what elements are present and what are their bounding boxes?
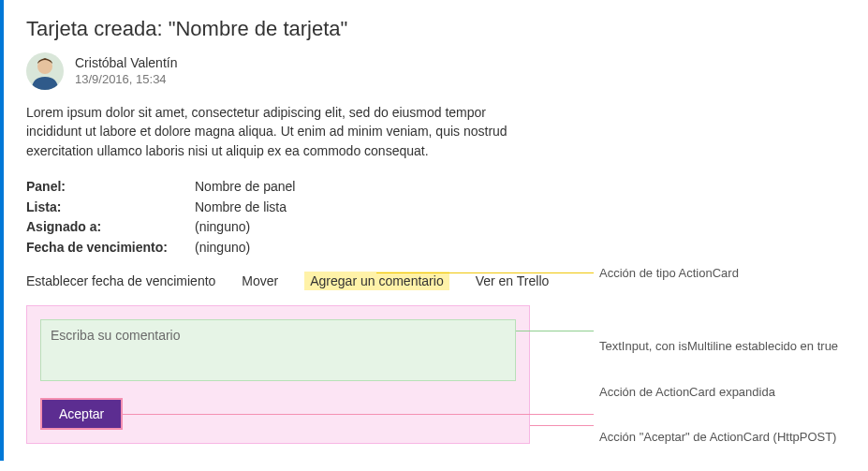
fact-row: Panel: Nombre de panel	[26, 177, 530, 198]
fact-row: Fecha de vencimiento: (ninguno)	[26, 238, 530, 258]
annotation-textinput: TextInput, con isMultiline establecido e…	[599, 339, 838, 353]
fact-value: Nombre de panel	[195, 177, 295, 198]
annotation-leader	[376, 272, 594, 273]
annotation-leader	[516, 331, 594, 331]
comment-textarea[interactable]	[40, 319, 516, 381]
fact-value: (ninguno)	[195, 217, 250, 238]
annotation-httppost: Acción "Aceptar" de ActionCard (HttpPOST…	[599, 430, 836, 444]
actions-row: Establecer fecha de vencimiento Mover Ag…	[26, 272, 530, 290]
facts-table: Panel: Nombre de panel Lista: Nombre de …	[26, 177, 530, 258]
author-name: Cristóbal Valentín	[75, 54, 177, 71]
fact-label: Lista:	[26, 198, 195, 218]
annotation-expanded: Acción de ActionCard expandida	[599, 385, 775, 399]
fact-row: Lista: Nombre de lista	[26, 198, 530, 218]
action-add-comment[interactable]: Agregar un comentario	[304, 272, 449, 290]
avatar	[26, 52, 64, 90]
author-date: 13/9/2016, 15:34	[75, 72, 177, 88]
fact-label: Panel:	[26, 177, 195, 198]
annotation-leader	[530, 425, 594, 426]
action-set-due[interactable]: Establecer fecha de vencimiento	[26, 273, 215, 288]
fact-value: (ninguno)	[195, 238, 250, 258]
accept-button[interactable]: Aceptar	[40, 398, 123, 430]
message-card: Tarjeta creada: "Nombre de tarjeta" Cris…	[0, 0, 552, 461]
annotation-actioncard: Acción de tipo ActionCard	[599, 266, 739, 280]
fact-label: Fecha de vencimiento:	[26, 238, 195, 258]
action-move[interactable]: Mover	[242, 273, 278, 288]
annotation-leader	[123, 414, 594, 415]
fact-label: Asignado a:	[26, 217, 195, 238]
card-title: Tarjeta creada: "Nombre de tarjeta"	[26, 17, 530, 41]
author-row: Cristóbal Valentín 13/9/2016, 15:34	[26, 52, 530, 90]
actioncard-expanded-panel: Aceptar	[26, 305, 530, 444]
fact-row: Asignado a: (ninguno)	[26, 217, 530, 238]
action-view-trello[interactable]: Ver en Trello	[476, 273, 550, 288]
fact-value: Nombre de lista	[195, 198, 287, 218]
card-body: Lorem ipsum dolor sit amet, consectetur …	[26, 103, 513, 160]
